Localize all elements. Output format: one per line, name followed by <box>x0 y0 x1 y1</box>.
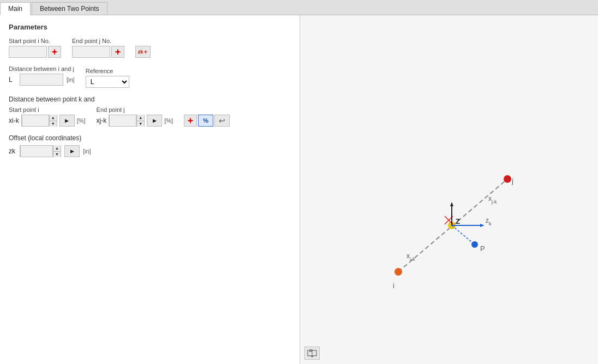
end-point-group: End point j No. 2 <box>72 38 124 58</box>
distance-group: Distance between i and j L 1.260 [in] <box>9 65 75 88</box>
xj-k-right-btn[interactable]: ▶ <box>147 115 162 127</box>
parameters-title: Parameters <box>9 23 291 31</box>
main-layout: Parameters Start point i No. 1 End point… <box>0 15 598 364</box>
svg-text:P: P <box>480 244 485 253</box>
svg-marker-21 <box>450 202 453 206</box>
distance-reference-row: Distance between i and j L 1.260 [in] Re… <box>9 65 291 88</box>
right-panel: xj-k xi-k j i Z zk P <box>300 15 598 364</box>
xi-k-spinbox: 50.00 ▲ ▼ <box>21 115 57 127</box>
end-point-pick-btn[interactable] <box>111 46 124 58</box>
xik-group: Start point i xi-k 50.00 ▲ ▼ ▶ [%] <box>9 106 86 127</box>
svg-marker-33 <box>310 356 314 357</box>
zk-right-btn[interactable]: ▶ <box>64 145 80 157</box>
zoom-button[interactable]: zk <box>135 46 151 58</box>
svg-text:j: j <box>511 177 513 185</box>
percent-btn[interactable]: % <box>198 115 213 127</box>
xj-k-input[interactable]: 50.00 <box>109 115 136 127</box>
xi-k-unit: [%] <box>77 117 86 124</box>
distance-input[interactable]: 1.260 <box>20 74 63 86</box>
xj-k-spinbox: 50.00 ▲ ▼ <box>109 115 145 127</box>
end-point-input-row: 2 <box>72 46 124 58</box>
zk-input[interactable]: 0.000 <box>20 145 53 157</box>
end-point-label: End point j No. <box>72 38 124 44</box>
svg-text:xj-k: xj-k <box>488 195 497 205</box>
bottom-icon-bar <box>304 347 320 360</box>
xjk-pick-btn[interactable] <box>184 115 197 127</box>
tab-between-two-points[interactable]: Between Two Points <box>32 2 107 15</box>
xj-k-down-btn[interactable]: ▼ <box>137 121 144 127</box>
svg-line-22 <box>452 225 475 244</box>
start-point-label: Start point i No. <box>9 38 61 44</box>
reference-group: Reference L x y z <box>86 68 129 88</box>
tab-main[interactable]: Main <box>0 2 31 15</box>
zk-spinbox: 0.000 ▲ ▼ <box>20 145 61 157</box>
offset-label: Offset (local coordinates) <box>9 134 291 142</box>
reference-label: Reference <box>86 68 129 74</box>
zk-down-btn[interactable]: ▼ <box>53 152 61 158</box>
start-point-input[interactable]: 1 <box>9 46 47 58</box>
svg-point-13 <box>504 175 511 183</box>
start-point-input-row: 1 <box>9 46 61 58</box>
reset-btn[interactable]: ↩ <box>214 115 230 127</box>
xj-k-label: xj-k <box>97 117 107 124</box>
tabs-bar: Main Between Two Points <box>0 0 598 15</box>
xjk-group: End point j xj-k 50.00 ▲ ▼ ▶ [%] <box>97 106 174 127</box>
distance-input-row: L 1.260 [in] <box>9 74 75 86</box>
xj-k-unit: [%] <box>164 117 173 124</box>
svg-point-12 <box>394 268 402 276</box>
offset-row: zk 0.000 ▲ ▼ ▶ [in] <box>9 145 291 157</box>
start-point-pick-btn[interactable] <box>48 46 61 58</box>
svg-text:xi-k: xi-k <box>406 252 415 262</box>
svg-marker-19 <box>480 224 485 227</box>
diagram-svg: xj-k xi-k j i Z zk P <box>300 15 598 364</box>
fit-view-btn[interactable] <box>304 347 320 360</box>
distance-k-label: Distance between point k and <box>9 96 291 103</box>
xi-k-right-btn[interactable]: ▶ <box>59 115 75 127</box>
svg-text:i: i <box>393 282 394 290</box>
xi-k-label: xi-k <box>9 117 19 124</box>
reference-select[interactable]: L x y z <box>86 76 129 88</box>
zk-label: zk <box>9 147 16 155</box>
svg-rect-31 <box>309 349 313 352</box>
start-point-group: Start point i No. 1 <box>9 38 61 58</box>
offset-section: Offset (local coordinates) zk 0.000 ▲ ▼ … <box>9 134 291 157</box>
end-point-input[interactable]: 2 <box>72 46 110 58</box>
left-panel: Parameters Start point i No. 1 End point… <box>0 15 300 364</box>
xi-k-up-btn[interactable]: ▲ <box>50 115 57 121</box>
zk-up-btn[interactable]: ▲ <box>53 145 61 151</box>
xj-k-up-btn[interactable]: ▲ <box>137 115 144 121</box>
start-point-i-label: Start point i <box>9 106 86 113</box>
node-inputs-row: Start point i No. 1 End point j No. 2 <box>9 38 291 58</box>
dist-var: L <box>9 76 16 83</box>
end-point-j-label: End point j <box>97 106 174 113</box>
zk-unit: [in] <box>83 148 91 154</box>
svg-text:zk: zk <box>486 217 492 226</box>
distance-unit: [in] <box>67 76 75 83</box>
distance-label: Distance between i and j <box>9 65 75 72</box>
svg-text:Z: Z <box>456 217 460 225</box>
xi-k-down-btn[interactable]: ▼ <box>50 121 57 127</box>
xi-k-input[interactable]: 50.00 <box>22 115 49 127</box>
